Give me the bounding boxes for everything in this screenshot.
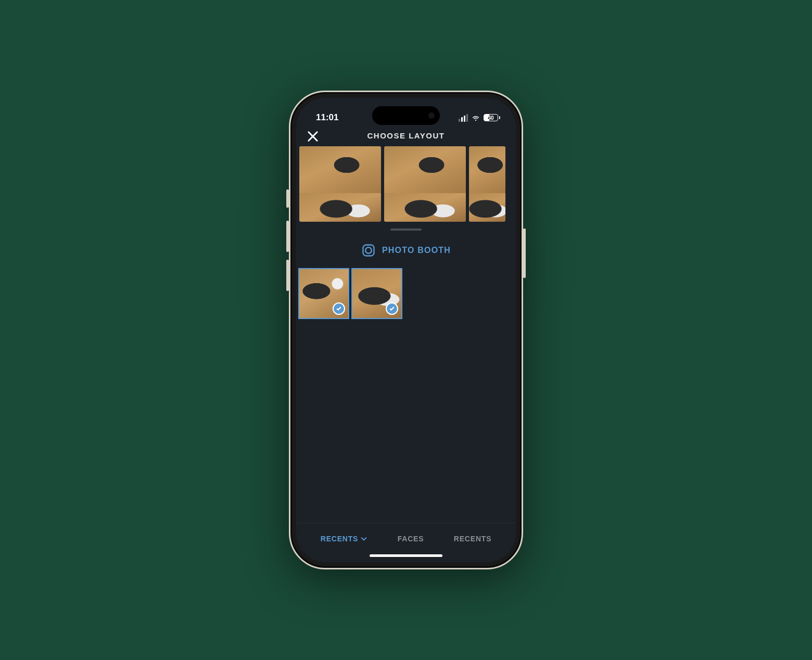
- tab-recents-dropdown[interactable]: RECENTS: [316, 531, 372, 546]
- svg-rect-0: [363, 245, 374, 256]
- layout-preview-bottom: [384, 193, 466, 222]
- layout-preview-top: [299, 146, 381, 193]
- layout-option[interactable]: [299, 146, 381, 222]
- tab-label: FACES: [398, 535, 424, 543]
- close-button[interactable]: [306, 129, 320, 144]
- home-indicator[interactable]: [370, 554, 442, 557]
- status-right: 40: [459, 113, 500, 122]
- tab-recents[interactable]: RECENTS: [450, 531, 496, 546]
- camera-icon: [361, 243, 376, 258]
- layout-preview-bottom: [299, 193, 381, 222]
- svg-point-1: [365, 247, 372, 253]
- layout-preview-top: [384, 146, 466, 193]
- tab-label: RECENTS: [321, 535, 359, 543]
- dynamic-island: [372, 106, 440, 125]
- battery-percentage: 40: [488, 115, 493, 121]
- cellular-signal-icon: [459, 114, 468, 122]
- thumbnail[interactable]: [351, 268, 402, 319]
- status-time: 11:01: [316, 112, 338, 123]
- layout-preview-top: [469, 146, 505, 193]
- battery-icon: 40: [484, 114, 500, 121]
- thumbnail-grid: [296, 268, 516, 319]
- page-title: CHOOSE LAYOUT: [367, 131, 445, 140]
- layout-option[interactable]: [469, 146, 505, 222]
- wifi-icon: [471, 113, 480, 122]
- phone-mockup: 11:01 40 CHOOSE LAYOUT: [289, 91, 523, 569]
- thumbnail[interactable]: [298, 268, 349, 319]
- selected-check-icon: [386, 302, 398, 315]
- tab-faces[interactable]: FACES: [394, 531, 428, 546]
- layout-preview-bottom: [469, 193, 505, 222]
- chevron-down-icon: [360, 535, 367, 542]
- bottom-tab-bar: RECENTS FACES RECENTS: [296, 523, 516, 549]
- selected-check-icon: [333, 302, 345, 315]
- photo-booth-button[interactable]: PHOTO BOOTH: [296, 231, 516, 268]
- close-icon: [306, 129, 320, 144]
- layout-carousel[interactable]: [296, 146, 516, 224]
- header: CHOOSE LAYOUT: [296, 128, 516, 146]
- layout-option[interactable]: [384, 146, 466, 222]
- phone-power-button: [523, 229, 526, 278]
- screen: 11:01 40 CHOOSE LAYOUT: [296, 98, 516, 562]
- tab-label: RECENTS: [454, 535, 492, 543]
- photo-booth-label: PHOTO BOOTH: [382, 246, 451, 255]
